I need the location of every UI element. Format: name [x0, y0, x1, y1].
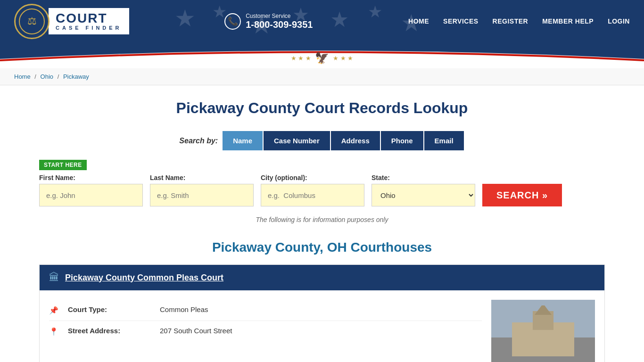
- cs-label: Customer Service: [246, 13, 313, 19]
- courthouse-card: 🏛 Pickaway County Common Pleas Court 📌 C…: [39, 264, 605, 362]
- eagle-icon: 🦅: [315, 51, 329, 65]
- nav-login[interactable]: LOGIN: [608, 17, 630, 25]
- first-name-group: First Name:: [39, 174, 143, 206]
- address-label: Street Address:: [68, 327, 153, 335]
- logo-circle: ⚖: [14, 4, 50, 39]
- search-by-label: Search by:: [179, 137, 218, 145]
- site-header: ★ ★ ★ ★ ★ ★ ★ ⚖ COURT CASE FINDER 📞 Cust…: [0, 0, 644, 42]
- tab-address[interactable]: Address: [331, 131, 380, 150]
- courthouses-title: Pickaway County, OH Courthouses: [39, 240, 605, 255]
- courthouse-img-building: [491, 300, 595, 362]
- logo-area[interactable]: ⚖ COURT CASE FINDER: [14, 4, 129, 39]
- logo-subtitle-text: CASE FINDER: [56, 25, 122, 31]
- search-form-row: First Name: Last Name: City (optional): …: [39, 174, 605, 206]
- courthouse-image: [491, 300, 595, 362]
- state-select[interactable]: Ohio Alabama Alaska Arizona Arkansas Cal…: [372, 184, 475, 206]
- logo-text-block: COURT CASE FINDER: [49, 8, 129, 34]
- img-roof: [535, 305, 551, 315]
- cs-text: Customer Service 1-800-309-9351: [246, 13, 313, 30]
- breadcrumb-ohio[interactable]: Ohio: [41, 73, 53, 80]
- nav-register[interactable]: REGISTER: [493, 17, 528, 25]
- last-name-group: Last Name:: [150, 174, 254, 206]
- nav-home[interactable]: HOME: [408, 17, 429, 25]
- banner-arch: ★ ★ ★ 🦅 ★ ★ ★: [0, 42, 644, 68]
- city-group: City (optional):: [261, 174, 364, 206]
- stars-right: ★ ★ ★: [333, 55, 353, 62]
- last-name-input[interactable]: [150, 184, 254, 206]
- courthouse-details: 📌 Court Type: Common Pleas 📍 Street Addr…: [49, 300, 482, 362]
- first-name-input[interactable]: [39, 184, 143, 206]
- breadcrumb-sep-1: /: [34, 73, 38, 80]
- courthouse-header: 🏛 Pickaway County Common Pleas Court: [40, 265, 604, 290]
- eagle-row: ★ ★ ★ 🦅 ★ ★ ★: [291, 51, 353, 68]
- phone-icon: 📞: [224, 13, 241, 30]
- court-type-icon: 📌: [49, 306, 61, 315]
- logo-icon: ⚖: [19, 8, 45, 34]
- tab-name[interactable]: Name: [223, 131, 263, 150]
- state-group: State: Ohio Alabama Alaska Arizona Arkan…: [372, 174, 475, 206]
- info-text: The following is for information purpose…: [39, 216, 605, 223]
- logo-court-text: COURT: [56, 12, 122, 25]
- main-nav: HOME SERVICES REGISTER MEMBER HELP LOGIN: [408, 17, 630, 25]
- city-input[interactable]: [261, 184, 364, 206]
- nav-member-help[interactable]: MEMBER HELP: [542, 17, 594, 25]
- breadcrumb-home[interactable]: Home: [14, 73, 31, 80]
- address-icon: 📍: [49, 327, 61, 336]
- courthouse-building-icon: 🏛: [49, 272, 59, 284]
- state-label: State:: [372, 174, 475, 181]
- courthouse-body: 📌 Court Type: Common Pleas 📍 Street Addr…: [40, 290, 604, 362]
- courthouse-name-link[interactable]: Pickaway County Common Pleas Court: [65, 273, 223, 283]
- cs-phone: 1-800-309-9351: [246, 19, 313, 30]
- last-name-label: Last Name:: [150, 174, 254, 181]
- tab-case-number[interactable]: Case Number: [264, 131, 330, 150]
- first-name-label: First Name:: [39, 174, 143, 181]
- court-type-value: Common Pleas: [160, 305, 208, 313]
- page-title: Pickaway County Court Records Lookup: [39, 99, 605, 117]
- breadcrumb-pickaway[interactable]: Pickaway: [63, 73, 89, 80]
- stars-left: ★ ★ ★: [291, 55, 311, 62]
- search-button[interactable]: SEARCH »: [482, 184, 562, 206]
- breadcrumb-bar: Home / Ohio / Pickaway: [0, 68, 644, 85]
- nav-services[interactable]: SERVICES: [443, 17, 479, 25]
- tab-email[interactable]: Email: [424, 131, 464, 150]
- tab-phone[interactable]: Phone: [381, 131, 423, 150]
- court-type-row: 📌 Court Type: Common Pleas: [49, 300, 482, 321]
- court-type-label: Court Type:: [68, 305, 153, 313]
- address-value: 207 South Court Street: [160, 327, 232, 335]
- breadcrumb-sep-2: /: [58, 73, 61, 80]
- address-row: 📍 Street Address: 207 South Court Street: [49, 321, 482, 342]
- city-label: City (optional):: [261, 174, 364, 181]
- start-here-badge: START HERE: [39, 160, 87, 170]
- search-by-row: Search by: Name Case Number Address Phon…: [39, 131, 605, 150]
- customer-service: 📞 Customer Service 1-800-309-9351: [224, 13, 313, 30]
- main-content: Pickaway County Court Records Lookup Sea…: [20, 85, 624, 362]
